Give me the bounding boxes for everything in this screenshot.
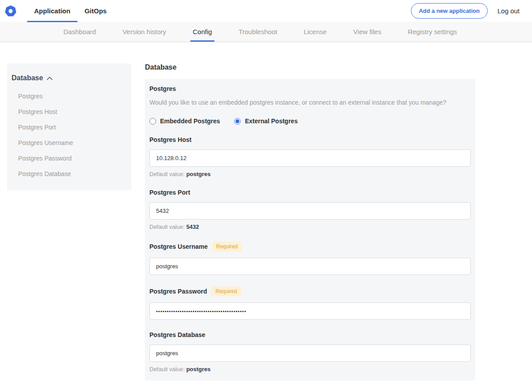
- postgres-host-default: Default value: postgres: [149, 171, 471, 177]
- default-value: 5432: [186, 223, 199, 230]
- postgres-database-default: Default value: postgres: [149, 366, 471, 372]
- sidebar-item-postgres-host[interactable]: Postgres Host: [7, 101, 131, 117]
- app-subnav: Dashboard Version history Config Trouble…: [0, 22, 532, 42]
- sidebar-item-postgres-password[interactable]: Postgres Password: [7, 148, 131, 163]
- postgres-port-input[interactable]: [149, 202, 471, 220]
- sidebar-item-postgres[interactable]: Postgres: [7, 86, 131, 101]
- subnav-troubleshoot[interactable]: Troubleshoot: [239, 22, 277, 42]
- database-config-card: Postgres Would you like to use an embedd…: [145, 79, 475, 380]
- required-badge: Required: [212, 242, 242, 251]
- subnav-view-files[interactable]: View files: [353, 22, 381, 42]
- radio-embedded-postgres-label: Embedded Postgres: [160, 118, 220, 125]
- default-label: Default value:: [149, 171, 185, 177]
- postgres-password-label: Postgres Password: [149, 288, 207, 295]
- field-postgres-database: Postgres Database Default value: postgre…: [149, 331, 471, 372]
- required-badge: Required: [211, 286, 241, 296]
- tab-gitops[interactable]: GitOps: [78, 0, 114, 22]
- sidebar-group-database[interactable]: Database: [7, 74, 131, 82]
- app-level-tabs: Application GitOps: [27, 0, 114, 22]
- default-label: Default value:: [149, 223, 185, 230]
- postgres-database-label: Postgres Database: [149, 331, 205, 338]
- postgres-port-label: Postgres Port: [149, 189, 190, 196]
- postgres-username-input[interactable]: [149, 258, 471, 275]
- section-title: Database: [145, 63, 475, 71]
- sidebar-item-postgres-database[interactable]: Postgres Database: [7, 163, 131, 179]
- postgres-port-default: Default value: 5432: [149, 223, 471, 230]
- radio-external-postgres[interactable]: External Postgres: [234, 118, 297, 125]
- field-postgres-port: Postgres Port Default value: 5432: [149, 189, 471, 230]
- postgres-group-help: Would you like to use an embedded postgr…: [149, 98, 471, 107]
- postgres-host-label: Postgres Host: [149, 136, 192, 143]
- subnav-registry-settings[interactable]: Registry settings: [408, 22, 457, 42]
- config-main: Database Postgres Would you like to use …: [145, 63, 475, 392]
- chevron-up-icon: [47, 74, 53, 82]
- radio-embedded-postgres-input[interactable]: [149, 118, 156, 125]
- subnav-config[interactable]: Config: [193, 22, 212, 42]
- subnav-dashboard[interactable]: Dashboard: [63, 22, 96, 42]
- tab-application[interactable]: Application: [27, 0, 78, 22]
- subnav-version-history[interactable]: Version history: [122, 22, 166, 42]
- sidebar-item-postgres-username[interactable]: Postgres Username: [7, 132, 131, 148]
- sidebar-item-postgres-port[interactable]: Postgres Port: [7, 117, 131, 132]
- field-postgres-password: Postgres Password Required: [149, 286, 471, 320]
- default-value: postgres: [186, 171, 211, 177]
- radio-external-postgres-label: External Postgres: [245, 118, 297, 125]
- subnav-license[interactable]: License: [304, 22, 327, 42]
- default-value: postgres: [186, 366, 211, 372]
- postgres-host-input[interactable]: [149, 149, 471, 167]
- postgres-group-label: Postgres: [149, 85, 471, 92]
- postgres-database-input[interactable]: [149, 345, 471, 362]
- sidebar-item-list: Postgres Postgres Host Postgres Port Pos…: [7, 86, 131, 179]
- add-new-application-button[interactable]: Add a new application: [411, 3, 488, 19]
- header-actions: Add a new application Log out: [411, 3, 532, 19]
- sidebar-group-label: Database: [12, 74, 43, 82]
- field-postgres-host: Postgres Host Default value: postgres: [149, 136, 471, 177]
- field-postgres-username: Postgres Username Required: [149, 242, 471, 275]
- radio-external-postgres-input[interactable]: [234, 118, 241, 125]
- default-label: Default value:: [149, 366, 185, 372]
- postgres-mode-radio-group: Embedded Postgres External Postgres: [149, 118, 471, 125]
- top-header: Application GitOps Add a new application…: [0, 0, 532, 22]
- postgres-username-label: Postgres Username: [149, 243, 208, 250]
- postgres-password-input[interactable]: [149, 302, 471, 320]
- radio-embedded-postgres[interactable]: Embedded Postgres: [149, 118, 220, 125]
- logout-link[interactable]: Log out: [497, 7, 520, 15]
- app-logo-icon[interactable]: [5, 5, 16, 17]
- config-sidebar: Database Postgres Postgres Host Postgres…: [7, 63, 131, 190]
